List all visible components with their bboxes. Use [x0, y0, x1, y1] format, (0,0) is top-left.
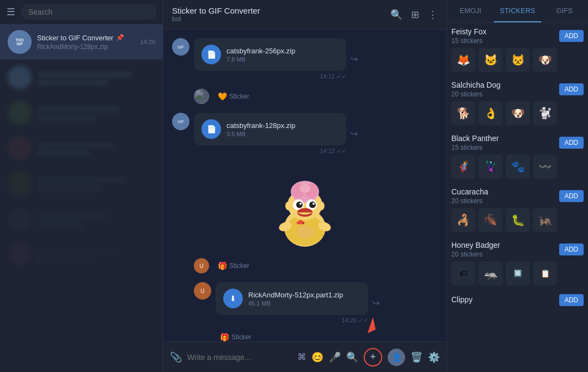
sticker-thumb[interactable]: 🐾	[506, 155, 530, 179]
bucket-icon[interactable]: 🗑️	[411, 351, 422, 363]
svg-point-13	[299, 203, 302, 205]
file-name: RickAndMorty-512px.part1.zip	[248, 291, 360, 299]
chat-list: TOOGIF Sticker to GIF Converter 📌 RickAn…	[0, 25, 163, 372]
sticker-thumb[interactable]: 🔟	[506, 261, 530, 285]
svg-point-14	[313, 203, 315, 205]
file-name: catsbyfrank-128px.zip	[226, 121, 339, 130]
layout-icon[interactable]: ⊞	[411, 9, 419, 21]
add-pack-button-feisty-fox[interactable]: ADD	[559, 30, 584, 42]
menu-icon[interactable]: ☰	[7, 6, 15, 18]
messages-area: GIF 📄 catsbyfrank-256px.zip 7.8 MB 14:12…	[163, 29, 446, 341]
forward-button[interactable]: ↪	[351, 129, 358, 139]
sticker-panel: EMOJI STICKERS GIFS Feisty Fox 15 sticke…	[446, 0, 588, 372]
sticker-thumb[interactable]: 〰️	[533, 155, 557, 179]
list-item[interactable]	[0, 202, 163, 237]
message-input[interactable]	[187, 353, 292, 362]
message-time: 14:12 ✓✓	[194, 148, 346, 155]
sticker-label: 🧡 Sticker	[218, 89, 249, 104]
sticker-thumb[interactable]: 🪳	[479, 208, 503, 232]
sticker-thumb[interactable]: 🐛	[506, 208, 530, 232]
sticker-thumb[interactable]: 🦗	[533, 208, 557, 232]
add-pack-button-cucaracha[interactable]: ADD	[559, 190, 584, 202]
download-icon: ⬇	[223, 289, 243, 308]
add-pack-button-clippy[interactable]: ADD	[559, 294, 584, 306]
sticker-thumb[interactable]: 🦂	[451, 208, 475, 232]
sticker-thumb[interactable]: 📋	[533, 261, 557, 285]
avatar	[8, 65, 32, 89]
add-pack-button-honey-badger[interactable]: ADD	[559, 243, 584, 255]
avatar: TOOGIF	[8, 30, 32, 54]
table-row: U 🎁 Sticker	[194, 258, 438, 273]
search-input[interactable]	[21, 4, 156, 20]
sticker-thumb[interactable]: 🦊	[451, 48, 475, 72]
sticker-thumb[interactable]: 🐱	[479, 48, 503, 72]
pack-title: Clippy	[451, 295, 559, 304]
profile-icon[interactable]: 👤	[388, 349, 405, 366]
table-row: GIF 📄 catsbyfrank-128px.zip 3.5 MB 14:12…	[172, 113, 438, 155]
sticker-thumb[interactable]: 😾	[506, 48, 530, 72]
sticker-thumb[interactable]: 🐶	[533, 48, 557, 72]
bot-avatar	[194, 89, 209, 104]
user-avatar: U	[194, 282, 211, 300]
sticker-thumb[interactable]: 🐕	[451, 101, 475, 125]
chat-item-sticker-bot[interactable]: TOOGIF Sticker to GIF Converter 📌 RickAn…	[0, 25, 163, 60]
mic-icon[interactable]: 🎤	[329, 351, 341, 363]
sticker-pack-feisty-fox: Feisty Fox 15 stickers ADD 🦊 🐱 😾 🐶	[451, 27, 584, 72]
sticker-list: Feisty Fox 15 stickers ADD 🦊 🐱 😾 🐶 Salch…	[447, 23, 588, 372]
file-size: 7.8 MB	[226, 56, 339, 63]
chat-title: Sticker to GIF Converter	[172, 6, 384, 15]
pack-title: Honey Badger	[451, 241, 559, 249]
settings-icon[interactable]: ⚙️	[428, 351, 440, 363]
emoji-icon[interactable]: 😊	[311, 351, 323, 363]
file-message: 📄 catsbyfrank-256px.zip 7.8 MB	[194, 38, 346, 71]
search-sticker-icon[interactable]: 🔍	[346, 351, 358, 363]
svg-point-17	[296, 225, 314, 239]
search-icon[interactable]: 🔍	[390, 9, 402, 21]
svg-point-16	[298, 220, 303, 224]
sticker-pack-salchicha-dog: Salchicha Dog 20 stickers ADD 🐕 👌 🐶 🐩	[451, 81, 584, 125]
avatar	[8, 207, 32, 231]
more-icon[interactable]: ⋮	[428, 9, 438, 21]
list-item[interactable]	[0, 131, 163, 166]
command-icon[interactable]: ⌘	[297, 352, 306, 362]
user-avatar: U	[194, 258, 209, 273]
tab-stickers[interactable]: STICKERS	[494, 0, 541, 22]
plus-icon: +	[370, 351, 376, 363]
list-item[interactable]	[0, 95, 163, 131]
sticker-thumb[interactable]: 🏷	[451, 261, 475, 285]
message-time: 14:12 ✓✓	[194, 73, 346, 80]
sticker-thumb[interactable]: 🦹	[479, 155, 503, 179]
sticker-image	[261, 168, 348, 249]
chat-header: Sticker to GIF Converter bot 🔍 ⊞ ⋮	[163, 0, 446, 29]
sticker-thumb[interactable]: 🦸	[451, 155, 475, 179]
tab-gifs[interactable]: GIFS	[541, 0, 588, 22]
avatar	[8, 172, 32, 196]
chat-time: 14:20	[140, 39, 155, 45]
list-item[interactable]	[0, 60, 163, 95]
attachment-icon[interactable]: 📎	[170, 351, 182, 363]
forward-button[interactable]: ↪	[351, 54, 358, 64]
pack-count: 20 stickers	[451, 197, 559, 205]
tab-emoji[interactable]: EMOJI	[447, 0, 494, 22]
add-pack-button-salchicha-dog[interactable]: ADD	[559, 83, 584, 95]
chat-subtitle: bot	[172, 15, 384, 23]
forward-button[interactable]: ↪	[372, 298, 379, 308]
add-pack-button-black-panther[interactable]: ADD	[559, 137, 584, 149]
sticker-thumb[interactable]: 🐩	[533, 101, 557, 125]
sticker-thumb[interactable]: 👌	[479, 101, 503, 125]
svg-point-18	[285, 202, 292, 210]
add-button[interactable]: +	[364, 348, 382, 367]
pack-title: Cucaracha	[451, 187, 559, 196]
file-name: catsbyfrank-256px.zip	[226, 47, 339, 55]
table-row: 🎁 Sticker	[216, 333, 438, 341]
sticker-pack-honey-badger: Honey Badger 20 stickers ADD 🏷 🦡 🔟 📋	[451, 241, 584, 285]
list-item[interactable]	[0, 237, 163, 272]
avatar	[8, 136, 32, 160]
sticker-pack-cucaracha: Cucaracha 20 stickers ADD 🦂 🪳 🐛 🦗	[451, 187, 584, 232]
sticker-thumb[interactable]: 🦡	[479, 261, 503, 285]
svg-point-8	[299, 184, 310, 193]
list-item[interactable]	[0, 166, 163, 202]
pack-count: 20 stickers	[451, 251, 559, 258]
pack-title: Salchicha Dog	[451, 81, 559, 89]
sticker-thumb[interactable]: 🐶	[506, 101, 530, 125]
